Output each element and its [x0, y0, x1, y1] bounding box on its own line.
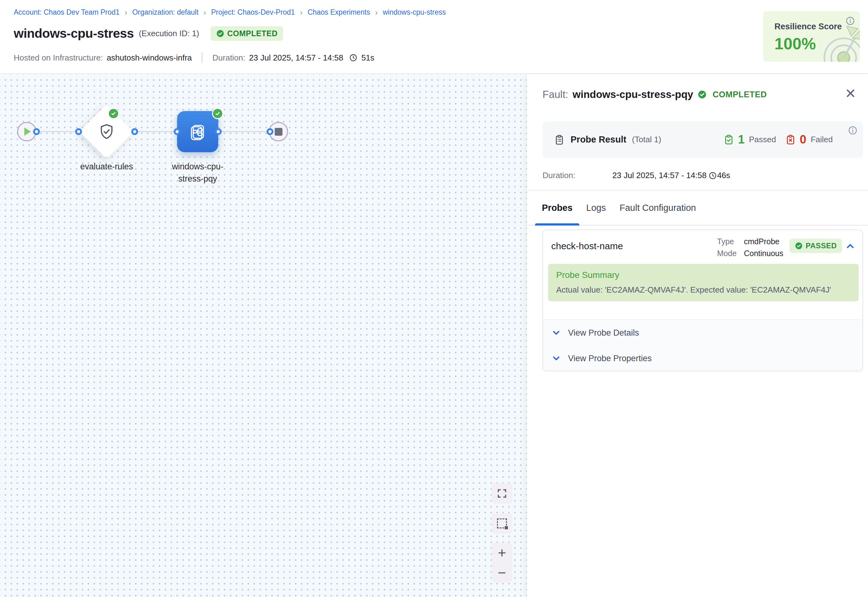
- page-title: windows-cpu-stress: [14, 26, 134, 41]
- close-icon: [845, 88, 856, 98]
- resilience-score-label: Resilience Score: [775, 22, 842, 31]
- marquee-select-icon: [497, 518, 507, 529]
- tab-logs[interactable]: Logs: [579, 190, 613, 225]
- fault-header: Fault: windows-cpu-stress-pqy COMPLETED: [542, 87, 767, 102]
- check-circle-icon: [216, 29, 225, 38]
- duration-seconds: 46s: [717, 171, 730, 180]
- probe-type-value: cmdProbe: [744, 236, 779, 247]
- fault-label: Fault:: [542, 89, 568, 101]
- experiment-meta: Hosted on Infrastructure: ashutosh-windo…: [14, 52, 375, 63]
- chevron-right-icon: ›: [299, 9, 304, 16]
- zoom-out-button[interactable]: −: [492, 563, 512, 583]
- probe-result-total: (Total 1): [632, 135, 661, 144]
- fault-details-panel: Fault: windows-cpu-stress-pqy COMPLETED …: [527, 74, 868, 597]
- info-icon[interactable]: [848, 126, 858, 135]
- stop-icon: [275, 128, 283, 136]
- probe-summary-text: Actual value: 'EC2AMAZ-QMVAF4J'. Expecte…: [556, 285, 850, 295]
- clipboard-icon: [554, 134, 565, 146]
- clock-icon: [708, 171, 717, 180]
- passed-label: Passed: [749, 135, 776, 144]
- probe-card-header: check-host-name Type cmdProbe Mode Conti…: [543, 230, 862, 262]
- zoom-controls: + −: [492, 543, 512, 583]
- passed-count: 1: [738, 133, 745, 146]
- probe-type-label: Type: [717, 236, 738, 247]
- shield-check-icon: [98, 123, 116, 141]
- failed-label: Failed: [811, 135, 833, 144]
- duration-label: Duration:: [212, 53, 245, 63]
- probe-expanders: View Probe Details View Probe Properties: [543, 319, 862, 371]
- probe-summary: Probe Summary Actual value: 'EC2AMAZ-QMV…: [548, 264, 859, 301]
- fullscreen-button[interactable]: [492, 483, 512, 504]
- chevron-right-icon: ›: [203, 9, 207, 16]
- failed-count-group: 0 Failed: [785, 121, 833, 158]
- passed-count-group: 1 Passed: [723, 121, 776, 158]
- breadcrumb-link-organization[interactable]: Organization: default: [132, 8, 198, 16]
- node-evaluate-rules[interactable]: [79, 104, 134, 159]
- probe-card-check-host-name: check-host-name Type cmdProbe Mode Conti…: [542, 230, 863, 371]
- fault-duration-row: Duration: 23 Jul 2025, 14:57 - 14:58 46s: [542, 171, 730, 180]
- tab-fault-configuration[interactable]: Fault Configuration: [613, 190, 703, 225]
- resilience-score-value: 100%: [775, 34, 816, 53]
- breadcrumb: Account: Chaos Dev Team Prod1 › Organiza…: [14, 8, 446, 16]
- probe-mode-label: Mode: [717, 247, 738, 259]
- clipboard-check-icon: [723, 134, 734, 145]
- clipboard-x-icon: [785, 134, 796, 145]
- duration-value: 23 Jul 2025, 14:57 - 14:58: [612, 171, 707, 180]
- collapse-probe-button[interactable]: [845, 241, 856, 251]
- breadcrumb-link-current[interactable]: windows-cpu-stress: [383, 8, 446, 16]
- connector-point: [131, 128, 138, 135]
- probe-type-mode: Type cmdProbe Mode Continuous: [717, 236, 783, 259]
- clock-icon: [349, 53, 358, 62]
- chevron-right-icon: ›: [124, 9, 128, 16]
- breadcrumb-link-project[interactable]: Project: Chaos-Dev-Prod1: [211, 8, 295, 16]
- view-probe-properties-row[interactable]: View Probe Properties: [543, 346, 862, 371]
- probe-mode-value: Continuous: [744, 247, 783, 259]
- panel-tabs: Probes Logs Fault Configuration: [527, 190, 868, 226]
- view-probe-properties-label: View Probe Properties: [568, 354, 652, 363]
- play-icon: [24, 128, 31, 136]
- close-panel-button[interactable]: [845, 88, 856, 99]
- success-check-badge: [212, 108, 223, 119]
- connector-point: [33, 128, 40, 135]
- success-check-badge: [108, 108, 119, 119]
- fullscreen-icon: [497, 489, 507, 499]
- hosted-value: ashutosh-windows-infra: [107, 53, 192, 63]
- failed-count: 0: [800, 133, 806, 146]
- view-probe-details-label: View Probe Details: [568, 328, 639, 338]
- hosted-label: Hosted on Infrastructure:: [14, 53, 103, 63]
- duration-label: Duration:: [542, 171, 612, 180]
- node-windows-cpu-stress-pqy[interactable]: [177, 111, 218, 152]
- marquee-select-button[interactable]: [492, 513, 512, 534]
- connector-point: [215, 128, 222, 135]
- pipeline-canvas[interactable]: evaluate-rules windows-cpu-stress-pqy + …: [0, 74, 527, 597]
- probe-summary-title: Probe Summary: [556, 270, 850, 280]
- duration-value: 23 Jul 2025, 14:57 - 14:58: [249, 53, 343, 63]
- execution-id: (Execution ID: 1): [139, 29, 199, 39]
- experiment-status-badge: COMPLETED: [210, 26, 283, 41]
- breadcrumb-link-chaos-experiments[interactable]: Chaos Experiments: [307, 8, 370, 16]
- breadcrumb-link-account[interactable]: Account: Chaos Dev Team Prod1: [14, 8, 120, 16]
- probe-status-badge: PASSED: [789, 239, 842, 253]
- zoom-in-button[interactable]: +: [492, 543, 512, 563]
- fault-name: windows-cpu-stress-pqy: [573, 89, 693, 101]
- node-label-windows-cpu-stress-pqy: windows-cpu-stress-pqy: [166, 160, 229, 185]
- fault-status-label: COMPLETED: [712, 90, 767, 100]
- chevron-down-icon: [551, 353, 561, 363]
- chevron-up-icon: [845, 241, 856, 251]
- probe-result-card: Probe Result (Total 1) 1 Passed 0 Failed: [542, 121, 863, 158]
- experiment-status-label: COMPLETED: [227, 29, 277, 38]
- probe-status-label: PASSED: [806, 241, 837, 250]
- node-label-evaluate-rules: evaluate-rules: [69, 160, 144, 173]
- tab-probes[interactable]: Probes: [535, 190, 579, 225]
- chaos-fault-icon: [187, 121, 208, 142]
- probe-result-title: Probe Result: [570, 134, 627, 145]
- pipeline-connector-line: [31, 131, 274, 132]
- info-icon[interactable]: [846, 16, 855, 25]
- view-probe-details-row[interactable]: View Probe Details: [543, 320, 862, 346]
- connector-point: [174, 128, 181, 135]
- check-circle-icon: [698, 90, 707, 99]
- divider: [202, 52, 202, 63]
- connector-point: [75, 128, 82, 135]
- chevron-right-icon: ›: [375, 9, 379, 16]
- chevron-down-icon: [551, 328, 561, 338]
